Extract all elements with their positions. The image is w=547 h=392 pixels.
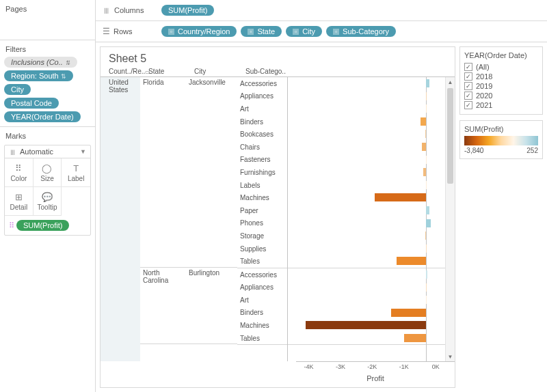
- subcat-label[interactable]: Appliances: [237, 90, 287, 103]
- sheet-title[interactable]: Sheet 5: [101, 47, 455, 68]
- color-ramp[interactable]: [464, 136, 538, 145]
- color-max: 252: [526, 147, 538, 154]
- checkbox-icon[interactable]: ✓: [464, 82, 472, 90]
- columns-pill[interactable]: SUM(Profit): [161, 5, 214, 16]
- year-checkbox-item[interactable]: ✓2020: [464, 91, 538, 100]
- bar[interactable]: [426, 206, 429, 214]
- mark-size[interactable]: ◯Size: [34, 158, 62, 187]
- city-label[interactable]: Jacksonville: [186, 77, 237, 268]
- bar[interactable]: [423, 168, 427, 176]
- subcat-label[interactable]: Chairs: [237, 141, 287, 154]
- bar-row[interactable]: [288, 77, 445, 90]
- subcat-label[interactable]: Machines: [237, 319, 287, 332]
- bar[interactable]: [425, 232, 427, 240]
- header-subcat[interactable]: Sub-Catego..: [245, 68, 455, 75]
- bar[interactable]: [397, 257, 427, 265]
- subcat-label[interactable]: Paper: [237, 204, 287, 217]
- bar[interactable]: [421, 117, 427, 126]
- row-pill[interactable]: ▫State: [241, 26, 282, 37]
- scroll-thumb[interactable]: [447, 88, 453, 184]
- subcat-label[interactable]: Phones: [237, 217, 287, 230]
- scroll-up-icon[interactable]: ▲: [446, 77, 455, 87]
- bar-row[interactable]: [288, 154, 445, 167]
- bar[interactable]: [426, 219, 430, 227]
- filter-pill[interactable]: Region: South⇅: [4, 70, 73, 81]
- checkbox-icon[interactable]: ✓: [464, 63, 472, 71]
- bar-row[interactable]: [288, 255, 445, 268]
- bar-row[interactable]: [288, 102, 445, 115]
- subcat-label[interactable]: Accessories: [237, 268, 287, 281]
- bar[interactable]: [422, 143, 427, 151]
- bar-row[interactable]: [288, 217, 445, 230]
- filter-pill[interactable]: Postal Code: [4, 98, 59, 109]
- bar[interactable]: [426, 270, 427, 279]
- mark-color[interactable]: ⠿Color: [5, 158, 34, 187]
- subcat-label[interactable]: Furnishings: [237, 166, 287, 179]
- subcat-label[interactable]: Labels: [237, 179, 287, 192]
- subcat-label[interactable]: Fasteners: [237, 154, 287, 167]
- subcat-label[interactable]: Bookcases: [237, 128, 287, 141]
- checkbox-icon[interactable]: ✓: [464, 72, 472, 81]
- subcat-label[interactable]: Binders: [237, 115, 287, 128]
- bar[interactable]: [391, 309, 427, 317]
- vertical-scrollbar[interactable]: ▲ ▼: [445, 77, 455, 361]
- bar-row[interactable]: [288, 128, 445, 141]
- filter-pill[interactable]: City: [4, 84, 31, 95]
- bar-row[interactable]: [288, 281, 445, 294]
- bar-row[interactable]: [288, 242, 445, 255]
- header-state[interactable]: State: [148, 68, 194, 75]
- row-pill[interactable]: ▫City: [286, 26, 322, 37]
- mark-label[interactable]: TLabel: [62, 158, 90, 187]
- bar[interactable]: [306, 321, 427, 329]
- year-checkbox-item[interactable]: ✓2019: [464, 81, 538, 91]
- header-country[interactable]: Count../Re..▭: [109, 68, 148, 75]
- subcat-label[interactable]: Appliances: [237, 281, 287, 294]
- bar[interactable]: [426, 79, 429, 87]
- state-label[interactable]: Florida: [140, 77, 186, 268]
- bar-row[interactable]: [288, 141, 445, 154]
- bar[interactable]: [375, 193, 427, 201]
- city-label[interactable]: Burlington: [186, 268, 237, 344]
- subcat-label[interactable]: Binders: [237, 307, 287, 320]
- header-city[interactable]: City: [194, 68, 245, 75]
- bar-row[interactable]: [288, 204, 445, 217]
- row-pill[interactable]: ▫Country/Region: [161, 26, 237, 37]
- subcat-label[interactable]: Art: [237, 102, 287, 115]
- year-checkbox-item[interactable]: ✓2021: [464, 100, 538, 110]
- bar-row[interactable]: [288, 268, 445, 281]
- subcat-label[interactable]: Art: [237, 294, 287, 307]
- bar-row[interactable]: [288, 166, 445, 179]
- subcat-label[interactable]: Tables: [237, 255, 287, 268]
- marks-title: Marks: [4, 130, 91, 142]
- subcat-label[interactable]: Storage: [237, 229, 287, 242]
- row-pill[interactable]: ▫Sub-Category: [326, 26, 396, 37]
- bar-row[interactable]: [288, 115, 445, 128]
- bar[interactable]: [425, 130, 426, 138]
- bar-row[interactable]: [288, 307, 445, 320]
- bar[interactable]: [404, 334, 426, 342]
- subcat-label[interactable]: Tables: [237, 332, 287, 345]
- bar-row[interactable]: [288, 332, 445, 345]
- bar-row[interactable]: [288, 90, 445, 103]
- subcat-label[interactable]: Supplies: [237, 242, 287, 255]
- bar-row[interactable]: [288, 294, 445, 307]
- subcat-label[interactable]: Machines: [237, 191, 287, 204]
- checkbox-icon[interactable]: ✓: [464, 92, 472, 100]
- year-checkbox-item[interactable]: ✓(All): [464, 62, 538, 72]
- marks-type-dropdown[interactable]: ⫼Automatic ▼: [5, 145, 90, 158]
- bar-row[interactable]: [288, 319, 445, 332]
- bar-row[interactable]: [288, 229, 445, 242]
- state-label[interactable]: North Carolina: [140, 268, 186, 344]
- bar-row[interactable]: [288, 191, 445, 204]
- country-label[interactable]: United States: [101, 77, 140, 361]
- checkbox-icon[interactable]: ✓: [464, 101, 472, 109]
- mark-tooltip[interactable]: 💬Tooltip: [34, 187, 62, 216]
- scroll-down-icon[interactable]: ▼: [446, 352, 455, 361]
- year-checkbox-item[interactable]: ✓2018: [464, 72, 538, 81]
- bar-row[interactable]: [288, 179, 445, 192]
- filter-pill[interactable]: YEAR(Order Date): [4, 111, 81, 122]
- mark-detail[interactable]: ⊞Detail: [5, 187, 34, 216]
- subcat-label[interactable]: Accessories: [237, 77, 287, 90]
- marks-color-pill[interactable]: SUM(Profit): [16, 220, 69, 231]
- filter-pill[interactable]: Inclusions (Co..⇅: [4, 57, 77, 68]
